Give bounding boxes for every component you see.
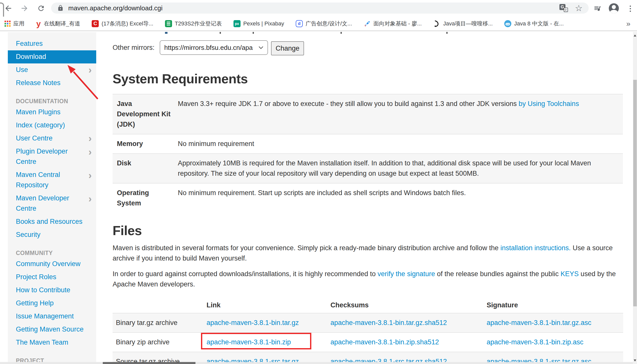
other-mirrors-label: Other mirrors:: [113, 44, 155, 52]
bin-targz-asc-link[interactable]: apache-maven-3.8.1-bin.tar.gz.asc: [487, 319, 591, 326]
bookmark-apps[interactable]: 应用: [5, 20, 24, 27]
playlist-extension-icon[interactable]: [592, 3, 603, 14]
chevron-right-icon: ›: [88, 135, 92, 142]
address-bar[interactable]: maven.apache.org/download.cgi G 文 ☆: [51, 3, 589, 14]
bookmark-java-project[interactable]: Java项目—嗖嗖移...: [433, 20, 493, 27]
bookmarks-overflow-chevron[interactable]: »: [626, 19, 630, 28]
files-table: Link Checksums Signature Binary tar.gz a…: [113, 298, 623, 364]
pexels-icon: px: [233, 20, 241, 27]
site-sidebar: Features Download Use› Release Notes DOC…: [8, 32, 96, 364]
sidebar-item-books-and-resources[interactable]: Books and Resources: [8, 215, 96, 228]
sidebar-item-maven-central-repository[interactable]: Maven Central Repository›: [8, 168, 96, 192]
sidebar-item-download[interactable]: Download: [8, 50, 96, 63]
row-value: No minimum requirement: [174, 139, 623, 149]
ink-brush-icon: [433, 20, 440, 27]
bin-targz-sha512-link[interactable]: apache-maven-3.8.1-bin.tar.gz.sha512: [330, 319, 447, 326]
sidebar-item-how-to-contribute[interactable]: How to Contribute: [8, 284, 96, 297]
files-verify-paragraph: In order to guard against corrupted down…: [113, 269, 619, 289]
monkey-icon: [504, 20, 511, 27]
chevron-right-icon: ›: [88, 172, 92, 179]
sidebar-item-index-category[interactable]: Index (category): [8, 119, 96, 132]
digitaling-icon: d: [296, 20, 303, 27]
mirror-select-value: https://mirrors.bfsu.edu.cn/apa: [164, 44, 258, 52]
mirror-selection-row: Other mirrors: https://mirrors.bfsu.edu.…: [113, 40, 623, 57]
rocket-icon: [364, 20, 371, 27]
translate-icon[interactable]: G 文: [559, 4, 568, 12]
sidebar-item-getting-maven-source[interactable]: Getting Maven Source: [8, 323, 96, 336]
browser-menu-button[interactable]: [625, 3, 635, 14]
sidebar-item-project-roles[interactable]: Project Roles: [8, 271, 96, 284]
bookmark-digitaling[interactable]: d 广告创意/设计/文...: [296, 20, 352, 27]
row-value: Maven 3.3+ require JDK 1.7 or above to e…: [174, 99, 623, 130]
files-intro-paragraph: Maven is distributed in several formats …: [113, 243, 619, 264]
sidebar-item-the-maven-team[interactable]: The Maven Team: [8, 336, 96, 349]
sidebar-header-community: COMMUNITY: [8, 248, 96, 258]
bookmark-star-icon[interactable]: ☆: [575, 4, 583, 12]
profile-avatar[interactable]: [608, 2, 620, 15]
row-value: Approximately 10MB is required for the M…: [174, 158, 623, 179]
table-row: Operating System No minimum requirement.…: [113, 183, 623, 213]
files-table-header: Link Checksums Signature: [113, 298, 623, 313]
avatar-icon: [609, 3, 619, 13]
bookmark-youdao[interactable]: y 在线翻译_有道: [36, 20, 80, 27]
sidebar-item-security[interactable]: Security: [8, 228, 96, 241]
sidebar-item-getting-help[interactable]: Getting Help: [8, 297, 96, 310]
apps-grid-icon: [5, 21, 11, 27]
forward-button[interactable]: [18, 2, 31, 15]
page-content: Other mirrors: https://mirrors.bfsu.edu.…: [113, 32, 623, 364]
horizontal-scrollbar-thumb[interactable]: [103, 362, 195, 364]
system-requirements-heading: System Requirements: [113, 71, 248, 86]
table-row: Java Development Kit (JDK) Maven 3.3+ re…: [113, 94, 623, 134]
url-text[interactable]: maven.apache.org/download.cgi: [68, 4, 162, 12]
sidebar-item-maven-developer-centre[interactable]: Maven Developer Centre›: [8, 192, 96, 215]
sidebar-item-use[interactable]: Use›: [8, 63, 96, 77]
sidebar-item-plugin-developer-centre[interactable]: Plugin Developer Centre›: [8, 145, 96, 168]
browser-toolbar: maven.apache.org/download.cgi G 文 ☆: [0, 0, 637, 17]
reload-button[interactable]: [35, 2, 47, 15]
scroll-down-arrow[interactable]: [634, 359, 636, 361]
back-button[interactable]: [2, 2, 15, 15]
table-row: Binary zip archive apache-maven-3.8.1-bi…: [113, 332, 623, 352]
bin-zip-asc-link[interactable]: apache-maven-3.8.1-bin.zip.asc: [487, 338, 583, 346]
change-mirror-button[interactable]: Change: [271, 41, 304, 55]
table-row: Disk Approximately 10MB is required for …: [113, 153, 623, 183]
bookmark-csdn[interactable]: C (17条消息) Excel导...: [92, 20, 153, 27]
youdao-icon: y: [36, 20, 41, 27]
mirror-select[interactable]: https://mirrors.bfsu.edu.cn/apa: [160, 40, 268, 55]
files-heading: Files: [113, 223, 142, 238]
verify-signature-link[interactable]: verify the signature: [378, 270, 435, 278]
bookmark-pexels[interactable]: px Pexels | Pixabay: [233, 20, 284, 27]
bin-zip-sha512-link[interactable]: apache-maven-3.8.1-bin.zip.sha512: [330, 338, 439, 346]
row-value: No minimum requirement. Start up scripts…: [174, 188, 623, 208]
three-dots-icon: [630, 6, 631, 12]
vertical-scrollbar-thumb[interactable]: [633, 80, 637, 306]
browser-window: maven.apache.org/download.cgi G 文 ☆: [0, 0, 637, 364]
sidebar-item-community-overview[interactable]: Community Overview: [8, 258, 96, 271]
chevron-right-icon: ›: [88, 66, 92, 74]
installation-instructions-link[interactable]: installation instructions.: [500, 244, 571, 252]
system-requirements-table: Java Development Kit (JDK) Maven 3.3+ re…: [113, 94, 623, 213]
bin-targz-link[interactable]: apache-maven-3.8.1-bin.tar.gz: [207, 319, 299, 326]
sidebar-item-features[interactable]: Features: [8, 37, 96, 50]
sidebar-item-release-notes[interactable]: Release Notes: [8, 77, 96, 90]
keys-link[interactable]: KEYS: [561, 270, 579, 278]
chevron-right-icon: ›: [88, 195, 92, 203]
bookmarks-bar: 应用 y 在线翻译_有道 C (17条消息) Excel导... T293S2作…: [0, 17, 637, 30]
bookmark-oop-course[interactable]: 面向对象基础 - 廖...: [364, 20, 422, 27]
bookmark-sheets[interactable]: T293S2作业登记表: [165, 20, 222, 27]
row-label: Binary zip archive: [113, 337, 203, 347]
back-arrow-icon: [4, 4, 13, 13]
sidebar-header-documentation: DOCUMENTATION: [8, 97, 96, 106]
column-header-checksums: Checksums: [327, 300, 483, 310]
toolchains-link[interactable]: by Using Toolchains: [519, 100, 579, 107]
chrome-bottom-border: [0, 30, 637, 31]
spreadsheet-icon: [165, 20, 172, 27]
sidebar-item-maven-plugins[interactable]: Maven Plugins: [8, 106, 96, 119]
column-header-link: Link: [203, 300, 327, 310]
bookmark-java8-docs[interactable]: Java 8 中文版 - 在...: [504, 20, 564, 27]
horizontal-scrollbar[interactable]: [0, 362, 633, 364]
scroll-up-arrow[interactable]: [634, 34, 636, 37]
vertical-scrollbar[interactable]: [633, 32, 637, 364]
sidebar-item-issue-management[interactable]: Issue Management: [8, 310, 96, 323]
sidebar-item-user-centre[interactable]: User Centre›: [8, 132, 96, 145]
